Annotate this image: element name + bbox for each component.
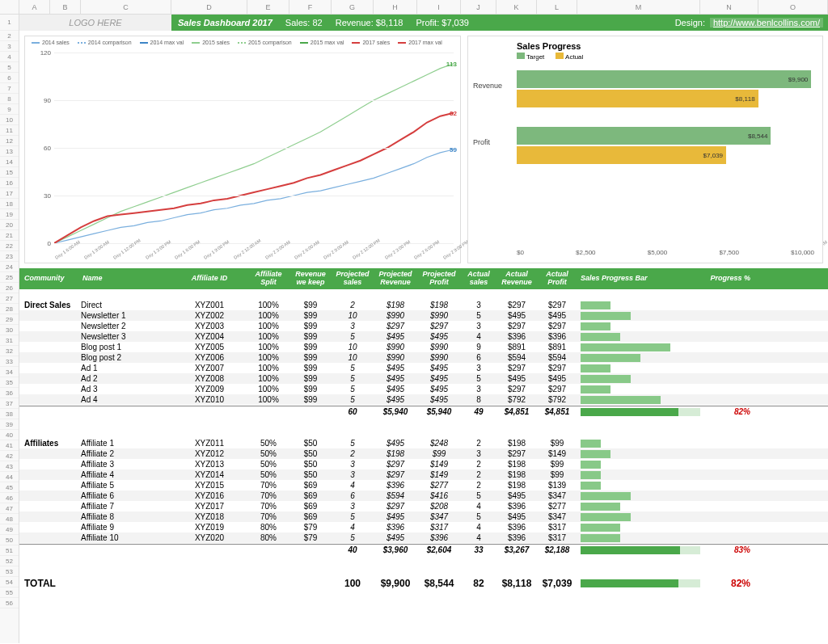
profit-summary: Profit: $7,039 <box>410 18 475 27</box>
table-row[interactable]: Newsletter 3XYZ004100%$995$495$4954$396$… <box>19 331 828 342</box>
table-row[interactable]: Ad 1XYZ007100%$995$495$4953$297$297 <box>19 363 828 373</box>
table-header-cell: Actual Profit <box>537 271 577 287</box>
table-header-cell: Revenue we keep <box>289 271 332 287</box>
legend-item: 2015 sales <box>192 40 230 45</box>
line-chart-legend: 2014 sales2014 comparison2014 max val201… <box>25 36 460 48</box>
table-row[interactable]: AffiliatesAffiliate 1XYZ01150%$505$495$2… <box>19 438 828 448</box>
bar: $8,544 <box>517 127 771 145</box>
table-header-cell: Actual sales <box>461 271 496 287</box>
table-row[interactable]: Affiliate 8XYZ01870%$695$495$3475$495$34… <box>19 511 828 522</box>
bar-category-label: Profit <box>473 138 490 146</box>
design-link[interactable]: http://www.benlcollins.com/ <box>710 18 823 27</box>
table-row[interactable]: Ad 4XYZ010100%$995$495$4958$792$792 <box>19 394 828 405</box>
table-header-cell: Projected Revenue <box>374 271 417 287</box>
legend-item: 2017 sales <box>352 40 390 45</box>
table-row[interactable]: Newsletter 2XYZ003100%$993$297$2973$297$… <box>19 321 828 331</box>
table-row[interactable]: Affiliate 6XYZ01670%$696$594$4165$495$34… <box>19 490 828 501</box>
table-header-cell: Progress % <box>700 275 758 283</box>
bar: $9,900 <box>517 70 811 88</box>
table-row[interactable]: Affiliate 10XYZ02080%$795$495$3964$396$3… <box>19 532 828 543</box>
table-header-cell: Projected Profit <box>417 271 461 287</box>
table-row[interactable]: Affiliate 9XYZ01980%$794$396$3174$396$31… <box>19 522 828 532</box>
sales-label: Sales: <box>285 18 310 27</box>
data-table: Direct SalesDirectXYZ001100%$992$198$198… <box>19 289 828 643</box>
table-header-cell: Actual Revenue <box>496 271 537 287</box>
table-header-cell: Name <box>81 275 171 283</box>
table-row[interactable]: Blog post 2XYZ006100%$9910$990$9906$594$… <box>19 352 828 363</box>
table-row[interactable]: Affiliate 7XYZ01770%$693$297$2084$396$27… <box>19 501 828 511</box>
table-header-cell: Affiliate Split <box>247 271 289 287</box>
table-header-cell: Affiliate ID <box>171 275 247 283</box>
bar: $7,039 <box>517 146 726 164</box>
legend-item: 2017 max val <box>398 40 442 45</box>
bar: $8,118 <box>517 90 758 107</box>
sales-time-chart: 2014 sales2014 comparison2014 max val201… <box>24 36 461 263</box>
bar-category-label: Revenue <box>473 82 502 90</box>
revenue-summary: Revenue: $8,118 <box>329 18 410 27</box>
legend-item: 2014 comparison <box>78 40 132 45</box>
table-row[interactable]: Ad 2XYZ008100%$995$495$4955$495$495 <box>19 373 828 384</box>
legend-item: Actual <box>556 53 583 61</box>
logo-placeholder: LOGO HERE <box>19 15 171 31</box>
legend-item: 2014 sales <box>32 40 70 45</box>
column-header-row: ABCDEFGHIJKLMNO <box>0 0 828 15</box>
legend-item: 2015 max val <box>300 40 344 45</box>
table-row[interactable]: Ad 3XYZ009100%$995$495$4953$297$297 <box>19 384 828 394</box>
table-row[interactable]: Affiliate 4XYZ01450%$503$297$1492$198$99 <box>19 469 828 480</box>
row-header-column: 1234567891011121314151617181920212223242… <box>0 15 19 643</box>
subtotal-row: 60$5,940$5,94049$4,851$4,85182% <box>19 406 828 417</box>
table-header-cell: Sales Progress Bar <box>577 275 700 283</box>
dashboard-header: LOGO HERE Sales Dashboard 2017 Sales: 82… <box>19 15 828 31</box>
spreadsheet: ABCDEFGHIJKLMNO 123456789101112131415161… <box>0 0 828 643</box>
table-row[interactable]: Affiliate 3XYZ01350%$503$297$1492$198$99 <box>19 459 828 469</box>
subtotal-row: 40$3,960$2,60433$3,267$2,18883% <box>19 544 828 555</box>
design-label: Design: <box>669 18 710 27</box>
legend-item: 2015 comparison <box>238 40 292 45</box>
revenue-value: $8,118 <box>376 18 403 27</box>
table-header-row: CommunityNameAffiliate IDAffiliate Split… <box>19 268 828 289</box>
table-row[interactable]: Blog post 1XYZ005100%$9910$990$9909$891$… <box>19 342 828 352</box>
bar-chart-legend: Target Actual <box>468 53 822 61</box>
sales-summary: Sales: 82 <box>279 18 329 27</box>
profit-value: $7,039 <box>441 18 469 27</box>
table-header-cell: Projected sales <box>332 271 374 287</box>
table-row[interactable]: Direct SalesDirectXYZ001100%$992$198$198… <box>19 300 828 310</box>
total-row: TOTAL100$9,900$8,54482$8,118$7,03982% <box>19 576 828 591</box>
table-row[interactable]: Affiliate 2XYZ01250%$502$198$993$297$149 <box>19 448 828 459</box>
table-header-cell: Community <box>19 275 81 283</box>
legend-item: Target <box>517 53 544 61</box>
sales-value: 82 <box>312 18 322 27</box>
sales-progress-chart: Sales Progress Target Actual Revenue$9,9… <box>467 36 823 263</box>
bar-chart-title: Sales Progress <box>468 36 822 53</box>
table-row[interactable]: Newsletter 1XYZ002100%$9910$990$9905$495… <box>19 310 828 321</box>
legend-item: 2014 max val <box>140 40 184 45</box>
table-row[interactable]: Affiliate 5XYZ01570%$694$396$2772$198$13… <box>19 480 828 490</box>
dashboard-title: Sales Dashboard 2017 <box>171 18 279 27</box>
revenue-label: Revenue: <box>336 18 374 27</box>
profit-label: Profit: <box>416 18 440 27</box>
